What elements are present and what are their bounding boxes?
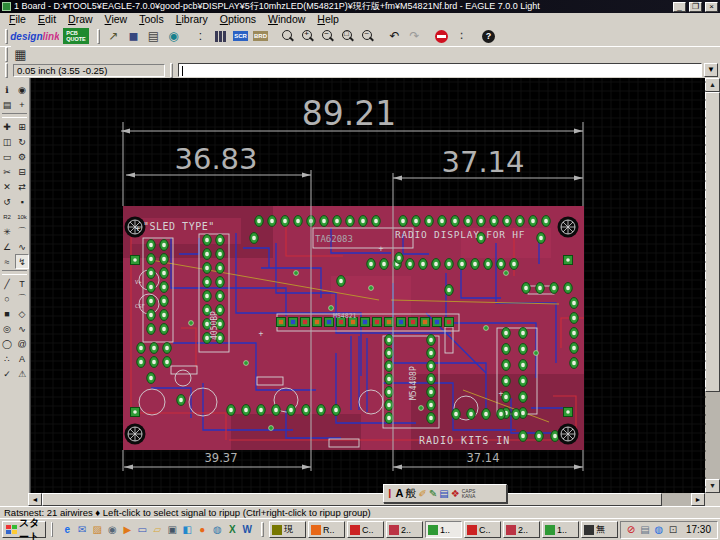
quicklaunch-firefox-icon[interactable]: ● xyxy=(195,523,209,537)
task-button-3[interactable]: C.. xyxy=(347,521,384,538)
menu-help[interactable]: Help xyxy=(311,13,345,26)
vertical-scroll-track[interactable] xyxy=(705,392,720,479)
horizontal-scrollbar[interactable]: ◄ ► xyxy=(0,493,720,506)
title-bar[interactable]: 1 Board - D:¥TOOL5¥EAGLE-7.0.0¥good-pcb¥… xyxy=(0,0,720,13)
tool-miter[interactable]: ⌒ xyxy=(15,224,29,239)
quicklaunch-word-icon[interactable]: W xyxy=(240,523,254,537)
menu-tools[interactable]: Tools xyxy=(133,13,170,26)
tool-lock[interactable]: ▪ xyxy=(15,194,29,209)
tray-ime-icon[interactable]: ⊡ xyxy=(667,524,679,536)
tool-hole[interactable]: ◯ xyxy=(0,336,14,351)
minimize-button[interactable]: _ xyxy=(673,2,686,12)
tool-circle[interactable]: ○ xyxy=(0,291,14,306)
library-icon[interactable] xyxy=(211,28,230,45)
help-icon[interactable]: ? xyxy=(479,28,498,45)
scroll-down-button[interactable]: ▼ xyxy=(705,479,720,493)
quicklaunch-mail-icon[interactable]: ✉ xyxy=(75,523,89,537)
zoom-out-icon[interactable]: − xyxy=(318,28,337,45)
zoom-redraw-icon[interactable]: ~ xyxy=(358,28,377,45)
task-button-9[interactable]: 無 xyxy=(581,521,618,538)
tool-paste[interactable]: ⊟ xyxy=(15,164,29,179)
tool-arc[interactable]: ⌒ xyxy=(15,291,29,306)
tool-text[interactable]: T xyxy=(15,276,29,291)
tool-via[interactable]: ◎ xyxy=(0,321,14,336)
task-button-8[interactable]: 1.. xyxy=(542,521,579,538)
horizontal-scroll-track[interactable] xyxy=(662,493,691,506)
tool-value[interactable]: 10k xyxy=(15,209,29,224)
redo-icon[interactable]: ↷ xyxy=(405,28,424,45)
ime-tool-icon-4[interactable]: ❖ xyxy=(451,489,460,499)
zoom-select-icon[interactable]: □ xyxy=(338,28,357,45)
tool-ratsnest[interactable]: ∴ xyxy=(0,351,14,366)
tool-signal[interactable]: ∿ xyxy=(15,321,29,336)
tool-optimize[interactable]: ∿ xyxy=(15,239,29,254)
scroll-left-button[interactable]: ◄ xyxy=(28,493,42,506)
tool-route[interactable]: ≈ xyxy=(0,254,14,269)
vertical-scrollbar[interactable]: ▲ ▼ xyxy=(705,78,720,493)
tool-errors[interactable]: ⚠ xyxy=(15,366,29,381)
tool-rect[interactable]: ■ xyxy=(0,306,14,321)
scroll-up-button[interactable]: ▲ xyxy=(705,78,720,92)
tool-cut[interactable]: ✂ xyxy=(0,164,14,179)
tool-show[interactable]: ◉ xyxy=(15,82,29,97)
ime-language-bar[interactable]: ❙ A 般 ✐✎▤❖ CAPSKANA xyxy=(383,484,507,503)
coordbar-grip-2[interactable] xyxy=(170,63,173,78)
grid-button[interactable]: ▦ xyxy=(11,46,30,63)
tool-drc[interactable]: ✓ xyxy=(0,366,14,381)
quicklaunch-folder-icon[interactable]: ▱ xyxy=(150,523,164,537)
board-brd-icon[interactable]: BRD xyxy=(251,28,270,45)
restore-button[interactable]: ❐ xyxy=(689,2,702,12)
taskbar-grip-2[interactable] xyxy=(261,522,264,537)
tool-mark[interactable]: + xyxy=(15,97,29,112)
menu-options[interactable]: Options xyxy=(214,13,262,26)
quicklaunch-display-icon[interactable]: ◧ xyxy=(180,523,194,537)
lights-icon[interactable]: ∶ xyxy=(452,28,471,45)
quicklaunch-ie-icon[interactable]: e xyxy=(60,523,74,537)
tool-attribute[interactable]: @ xyxy=(15,336,29,351)
command-dropdown-button[interactable]: ▼ xyxy=(704,63,718,77)
menu-file[interactable]: File xyxy=(3,13,32,26)
quicklaunch-excel-icon[interactable]: X xyxy=(225,523,239,537)
tool-mirror[interactable]: ◫ xyxy=(0,134,14,149)
quicklaunch-viewer-icon[interactable]: ◉ xyxy=(105,523,119,537)
ime-pen-icon[interactable]: ❙ xyxy=(386,489,394,498)
menu-window[interactable]: Window xyxy=(262,13,311,26)
drill-icon[interactable]: : xyxy=(191,28,210,45)
stop-icon[interactable] xyxy=(432,28,451,45)
tray-block-icon[interactable]: ⊘ xyxy=(625,524,637,536)
pcb-quote-button[interactable]: PCBQUOTE xyxy=(59,28,93,45)
tool-info[interactable]: ℹ xyxy=(0,82,14,97)
quicklaunch-computer-icon[interactable]: ▣ xyxy=(165,523,179,537)
quicklaunch-globe-icon[interactable]: ◍ xyxy=(210,523,224,537)
tool-delete[interactable]: ✕ xyxy=(0,179,14,194)
tool-move[interactable]: ✚ xyxy=(0,119,14,134)
tool-copy[interactable]: ⊞ xyxy=(15,119,29,134)
tool-wire[interactable]: ╱ xyxy=(0,276,14,291)
save-icon[interactable]: ◼ xyxy=(124,28,143,45)
toolbar-grip-3[interactable] xyxy=(5,47,8,62)
tool-rotate[interactable]: ↻ xyxy=(15,134,29,149)
taskbar-grip[interactable] xyxy=(51,522,54,537)
tray-printer-icon[interactable]: ▤ xyxy=(639,524,651,536)
task-button-7[interactable]: 2.. xyxy=(503,521,540,538)
tool-name[interactable]: R2 xyxy=(0,209,14,224)
zoom-in-icon[interactable]: + xyxy=(298,28,317,45)
quicklaunch-window-icon[interactable]: ▭ xyxy=(135,523,149,537)
undo-icon[interactable]: ↶ xyxy=(385,28,404,45)
ime-tool-icon-3[interactable]: ▤ xyxy=(439,489,448,499)
vertical-scroll-thumb[interactable] xyxy=(705,92,720,392)
script-scr-icon[interactable]: SCR xyxy=(231,28,250,45)
scroll-right-button[interactable]: ► xyxy=(691,493,705,506)
toolbar-grip-2[interactable] xyxy=(97,29,100,44)
menu-edit[interactable]: Edit xyxy=(32,13,62,26)
close-button[interactable]: × xyxy=(705,2,718,12)
quicklaunch-paint-icon[interactable]: ▨ xyxy=(90,523,104,537)
cam-processor-icon[interactable]: ◉ xyxy=(164,28,183,45)
tool-auto[interactable]: A xyxy=(15,351,29,366)
open-board-icon[interactable]: ↗ xyxy=(104,28,123,45)
tool-pinswap[interactable]: ⇄ xyxy=(15,179,29,194)
coordbar-grip[interactable] xyxy=(5,63,8,78)
ime-conversion-mode[interactable]: 般 xyxy=(406,488,417,499)
print-icon[interactable]: ▤ xyxy=(144,28,163,45)
task-button-5[interactable]: 1.. xyxy=(425,521,462,538)
